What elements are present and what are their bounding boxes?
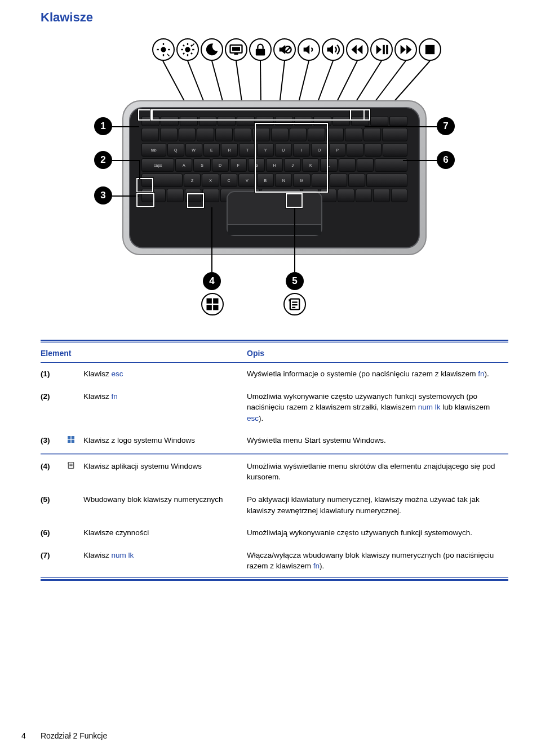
key [347, 143, 363, 157]
svg-rect-44 [72, 436, 74, 439]
svg-rect-16 [234, 54, 238, 55]
windows-app-icon [66, 461, 76, 470]
svg-rect-43 [68, 436, 70, 439]
row-description: Włącza/wyłącza wbudowany blok klawiszy n… [247, 544, 508, 577]
section-title: Klawisze [41, 10, 508, 25]
function-icon-row [152, 38, 441, 61]
row-number: (1) [41, 363, 66, 385]
callout-badge-5: 5 [286, 272, 304, 290]
key: K [302, 158, 319, 172]
svg-rect-46 [72, 440, 74, 443]
row-icon [66, 488, 83, 522]
key [215, 128, 233, 141]
row-description: Umożliwia wykonywanie często używanych f… [247, 385, 508, 430]
row-icon [66, 455, 83, 488]
key: A [175, 158, 192, 172]
svg-line-19 [285, 47, 290, 52]
key [326, 128, 344, 141]
key [160, 128, 178, 141]
key [375, 158, 407, 172]
key [366, 174, 407, 187]
media-prev-icon [346, 38, 369, 61]
key [252, 128, 270, 141]
laptop-body: tabQWERTYUIOP capsASDFGHJKL ZXCVBNM [122, 100, 427, 255]
svg-rect-36 [213, 299, 218, 304]
th-element: Element [41, 343, 247, 363]
windows-logo-icon [66, 435, 76, 444]
row-name: Klawisz esc [83, 363, 247, 385]
key [348, 174, 365, 187]
row-number: (5) [41, 488, 66, 522]
kbd-row-2: tabQWERTYUIOP [141, 143, 407, 157]
key [338, 189, 354, 202]
key: H [266, 158, 283, 172]
key [312, 174, 329, 187]
row-description: Wyświetla informacje o systemie (po naci… [247, 363, 508, 385]
touchpad [227, 191, 322, 236]
key [179, 128, 196, 141]
svg-rect-45 [68, 440, 70, 443]
key: Z [184, 174, 201, 187]
key [141, 174, 183, 187]
key: L [320, 158, 337, 172]
key [370, 116, 388, 126]
table-row: (1)Klawisz escWyświetla informacje o sys… [41, 363, 508, 385]
switch-display-icon [225, 38, 247, 61]
table-row: (4)Klawisz aplikacji systemu WindowsUmoż… [41, 455, 508, 488]
row-icon [66, 544, 83, 577]
table-row: (5)Wbudowany blok klawiszy numerycznychP… [41, 488, 508, 522]
lock-icon [249, 38, 272, 61]
key [363, 128, 381, 141]
key [389, 116, 407, 126]
callout-badge-6: 6 [437, 151, 455, 169]
row-name: Klawisze czynności [83, 522, 247, 544]
key [351, 116, 369, 126]
key: O [311, 143, 328, 157]
key [332, 116, 351, 126]
svg-rect-38 [213, 305, 218, 310]
media-stop-icon [419, 38, 441, 61]
key: E [203, 143, 220, 157]
key [313, 116, 331, 126]
kbd-row-3: capsASDFGHJKL [141, 158, 407, 172]
th-opis: Opis [247, 343, 508, 363]
svg-line-11 [191, 53, 192, 54]
table-row: (6)Klawisze czynnościUmożliwiają wykonyw… [41, 522, 508, 544]
svg-rect-17 [256, 49, 265, 56]
row-name: Klawisz aplikacji systemu Windows [83, 455, 247, 488]
key: tab [141, 143, 166, 157]
key [237, 116, 255, 126]
row-name: Klawisz num lk [83, 544, 247, 577]
key [256, 116, 274, 126]
key: M [293, 174, 310, 187]
row-description: Umożliwia wyświetlanie menu skrótów dla … [247, 455, 508, 488]
svg-rect-15 [232, 47, 240, 51]
key [167, 189, 183, 202]
row-description: Wyświetla menu Start systemu Windows. [247, 429, 508, 453]
row-number: (4) [41, 455, 66, 488]
key: G [248, 158, 265, 172]
volume-up-icon [322, 38, 344, 61]
key [365, 143, 382, 157]
table-body: (1)Klawisz escWyświetla informacje o sys… [41, 363, 508, 577]
kbd-row-1 [141, 128, 407, 141]
key: B [257, 174, 274, 187]
svg-rect-37 [207, 305, 212, 310]
key [234, 128, 251, 141]
mute-icon [273, 38, 296, 61]
key: W [185, 143, 202, 157]
chapter-label: Rozdział 2 Funkcje [41, 731, 107, 740]
table-row: (2)Klawisz fnUmożliwia wykonywanie częst… [41, 385, 508, 430]
svg-line-10 [183, 45, 184, 46]
svg-rect-22 [425, 45, 434, 54]
key: P [329, 143, 346, 157]
callout-badge-1: 1 [94, 117, 112, 135]
windows-logo-icon [201, 293, 224, 315]
key: I [293, 143, 310, 157]
key: S [193, 158, 210, 172]
table-row: (3)Klawisz z logo systemu WindowsWyświet… [41, 429, 508, 453]
row-number: (3) [41, 429, 66, 453]
key: U [275, 143, 292, 157]
page-footer: 4 Rozdział 2 Funkcje [21, 731, 107, 740]
key: C [220, 174, 237, 187]
